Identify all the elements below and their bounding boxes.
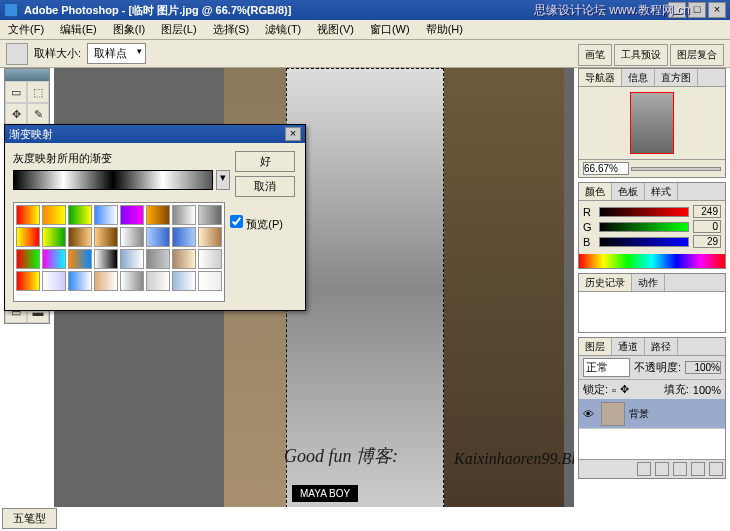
gradient-preset-19[interactable]	[94, 249, 118, 269]
gradient-preset-22[interactable]	[172, 249, 196, 269]
menu-view[interactable]: 视图(V)	[309, 20, 362, 39]
dialog-close-button[interactable]: ×	[285, 127, 301, 141]
gradient-preset-11[interactable]	[94, 227, 118, 247]
maximize-button[interactable]: □	[688, 2, 706, 18]
canvas-right-region	[444, 68, 564, 507]
gradient-preset-12[interactable]	[120, 227, 144, 247]
cancel-button[interactable]: 取消	[235, 176, 295, 197]
gradient-preset-29[interactable]	[146, 271, 170, 291]
gradient-preset-1[interactable]	[42, 205, 66, 225]
gradient-preset-17[interactable]	[42, 249, 66, 269]
menu-layer[interactable]: 图层(L)	[153, 20, 204, 39]
tab-actions[interactable]: 动作	[632, 274, 665, 291]
gradient-preset-31[interactable]	[198, 271, 222, 291]
gradient-preset-30[interactable]	[172, 271, 196, 291]
layer-thumbnail[interactable]	[601, 402, 625, 426]
menu-help[interactable]: 帮助(H)	[418, 20, 471, 39]
tool-0[interactable]: ▭	[5, 81, 27, 103]
navigator-thumbnail[interactable]	[630, 92, 674, 154]
gradient-preset-14[interactable]	[172, 227, 196, 247]
layer-fx-icon[interactable]	[637, 462, 651, 476]
gradient-preset-0[interactable]	[16, 205, 40, 225]
zoom-input[interactable]	[583, 162, 629, 175]
gradient-preset-9[interactable]	[42, 227, 66, 247]
gradient-dropdown-arrow[interactable]: ▾	[216, 170, 230, 190]
menu-window[interactable]: 窗口(W)	[362, 20, 418, 39]
menu-select[interactable]: 选择(S)	[205, 20, 258, 39]
layer-name[interactable]: 背景	[629, 407, 649, 421]
gradient-preset-15[interactable]	[198, 227, 222, 247]
color-spectrum[interactable]	[579, 254, 725, 268]
gradient-preset-16[interactable]	[16, 249, 40, 269]
delete-layer-icon[interactable]	[709, 462, 723, 476]
ime-button[interactable]: 五笔型	[2, 508, 57, 529]
gradient-preset-28[interactable]	[120, 271, 144, 291]
menu-edit[interactable]: 编辑(E)	[52, 20, 105, 39]
lock-position-icon[interactable]: ✥	[620, 383, 629, 396]
ok-button[interactable]: 好	[235, 151, 295, 172]
sample-size-select[interactable]: 取样点	[87, 43, 146, 64]
r-slider[interactable]	[599, 207, 689, 217]
tool-2[interactable]: ✥	[5, 103, 27, 125]
gradient-preset-24[interactable]	[16, 271, 40, 291]
preview-checkbox[interactable]: 预览(P)	[230, 215, 283, 232]
r-value[interactable]: 249	[693, 205, 721, 218]
menu-file[interactable]: 文件(F)	[0, 20, 52, 39]
layer-row[interactable]: 👁 背景	[579, 399, 725, 429]
gradient-preset-7[interactable]	[198, 205, 222, 225]
tab-layers[interactable]: 图层	[579, 338, 612, 355]
tool-1[interactable]: ⬚	[27, 81, 49, 103]
tab-info[interactable]: 信息	[622, 69, 655, 86]
history-list[interactable]	[579, 292, 725, 332]
blend-mode-select[interactable]: 正常	[583, 358, 630, 377]
opacity-input[interactable]: 100%	[685, 361, 721, 374]
menu-image[interactable]: 图象(I)	[105, 20, 153, 39]
new-layer-icon[interactable]	[691, 462, 705, 476]
tab-styles[interactable]: 样式	[645, 183, 678, 200]
lock-pixels-icon[interactable]: ▫	[612, 384, 616, 396]
gradient-preset-18[interactable]	[68, 249, 92, 269]
gradient-preset-3[interactable]	[94, 205, 118, 225]
gradient-preset-2[interactable]	[68, 205, 92, 225]
tab-paths[interactable]: 路径	[645, 338, 678, 355]
menu-filter[interactable]: 滤镜(T)	[257, 20, 309, 39]
tab-histogram[interactable]: 直方图	[655, 69, 698, 86]
fill-input[interactable]: 100%	[693, 384, 721, 396]
tab-tool-presets[interactable]: 工具预设	[614, 44, 668, 66]
tab-channels[interactable]: 通道	[612, 338, 645, 355]
gradient-preset-10[interactable]	[68, 227, 92, 247]
gradient-preset-27[interactable]	[94, 271, 118, 291]
gradient-preset-21[interactable]	[146, 249, 170, 269]
g-value[interactable]: 0	[693, 220, 721, 233]
gradient-preset-20[interactable]	[120, 249, 144, 269]
tab-layer-comps[interactable]: 图层复合	[670, 44, 724, 66]
gradient-preset-8[interactable]	[16, 227, 40, 247]
current-tool-icon[interactable]	[6, 43, 28, 65]
tab-color[interactable]: 颜色	[579, 183, 612, 200]
visibility-icon[interactable]: 👁	[579, 408, 597, 420]
tab-history[interactable]: 历史记录	[579, 274, 632, 291]
gradient-preset-6[interactable]	[172, 205, 196, 225]
tab-brush[interactable]: 画笔	[578, 44, 612, 66]
close-button[interactable]: ×	[708, 2, 726, 18]
b-value[interactable]: 29	[693, 235, 721, 248]
tab-swatches[interactable]: 色板	[612, 183, 645, 200]
g-slider[interactable]	[599, 222, 689, 232]
gradient-preset-25[interactable]	[42, 271, 66, 291]
gradient-preset-13[interactable]	[146, 227, 170, 247]
dialog-titlebar[interactable]: 渐变映射 ×	[5, 125, 305, 143]
zoom-slider[interactable]	[631, 167, 721, 171]
gradient-preset-26[interactable]	[68, 271, 92, 291]
gradient-preset-23[interactable]	[198, 249, 222, 269]
preview-checkbox-input[interactable]	[230, 215, 243, 228]
gradient-preview[interactable]	[13, 170, 213, 190]
b-slider[interactable]	[599, 237, 689, 247]
tab-navigator[interactable]: 导航器	[579, 69, 622, 86]
selection-marquee[interactable]	[286, 68, 444, 507]
toolbox-header[interactable]	[5, 69, 49, 81]
layer-mask-icon[interactable]	[655, 462, 669, 476]
gradient-preset-4[interactable]	[120, 205, 144, 225]
gradient-preset-5[interactable]	[146, 205, 170, 225]
tool-3[interactable]: ✎	[27, 103, 49, 125]
new-group-icon[interactable]	[673, 462, 687, 476]
